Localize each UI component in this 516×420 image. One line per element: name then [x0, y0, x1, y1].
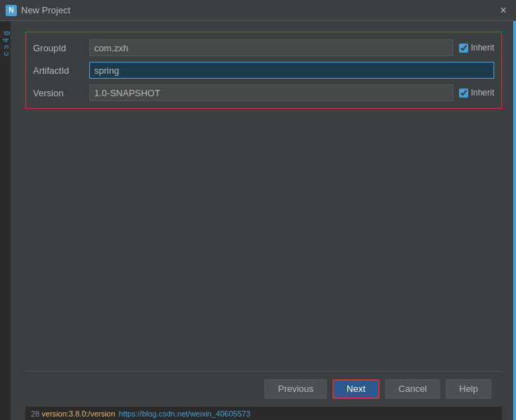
- previous-button[interactable]: Previous: [264, 379, 327, 399]
- sidebar-letter-s: s: [1, 45, 10, 49]
- version-inherit-checkbox[interactable]: [459, 88, 468, 98]
- groupid-row: GroupId Inherit: [33, 39, 494, 56]
- version-inherit-wrap: Inherit: [459, 88, 494, 98]
- empty-area: [25, 119, 502, 371]
- groupid-field-wrap: Inherit: [89, 39, 494, 56]
- help-button[interactable]: Help: [446, 379, 491, 399]
- cancel-button[interactable]: Cancel: [385, 379, 440, 399]
- status-code: version:3.8.0:/version: [39, 409, 115, 418]
- app-icon: N: [6, 5, 17, 16]
- sidebar-letter-g: g: [1, 31, 10, 35]
- form-section: GroupId Inherit ArtifactId: [25, 32, 502, 109]
- dialog-title: New Project: [21, 5, 70, 15]
- groupid-input[interactable]: [89, 39, 453, 56]
- groupid-inherit-wrap: Inherit: [459, 43, 494, 53]
- sidebar: g 4 s c: [0, 21, 11, 420]
- next-button[interactable]: Next: [333, 379, 380, 399]
- sidebar-letter-4: 4: [1, 38, 10, 42]
- title-bar-left: N New Project: [6, 5, 70, 16]
- version-field-wrap: Inherit: [89, 84, 494, 101]
- version-label: Version: [33, 88, 89, 98]
- version-input[interactable]: [89, 84, 453, 101]
- version-row: Version Inherit: [33, 84, 494, 101]
- main-content: g 4 s c GroupId Inherit: [0, 21, 516, 420]
- artifactid-label: ArtifactId: [33, 65, 89, 76]
- groupid-inherit-label: Inherit: [471, 43, 494, 53]
- status-bar: 28 version:3.8.0:/version https://blog.c…: [25, 406, 502, 420]
- bottom-bar: Previous Next Cancel Help: [25, 371, 502, 406]
- version-inherit-label: Inherit: [471, 88, 494, 98]
- dialog-content: GroupId Inherit ArtifactId: [11, 21, 516, 420]
- groupid-inherit-checkbox[interactable]: [459, 44, 468, 53]
- sidebar-letter-c: c: [1, 52, 10, 56]
- groupid-label: GroupId: [33, 43, 89, 53]
- artifactid-row: ArtifactId: [33, 62, 494, 79]
- status-link: https://blog.csdn.net/weixin_40605573: [119, 409, 250, 418]
- artifactid-field-wrap: [89, 62, 494, 79]
- status-line-number: 28: [31, 409, 39, 418]
- title-bar: N New Project ×: [0, 0, 516, 21]
- right-border: [513, 21, 516, 420]
- artifactid-input[interactable]: [89, 62, 494, 79]
- close-button[interactable]: ×: [496, 4, 510, 18]
